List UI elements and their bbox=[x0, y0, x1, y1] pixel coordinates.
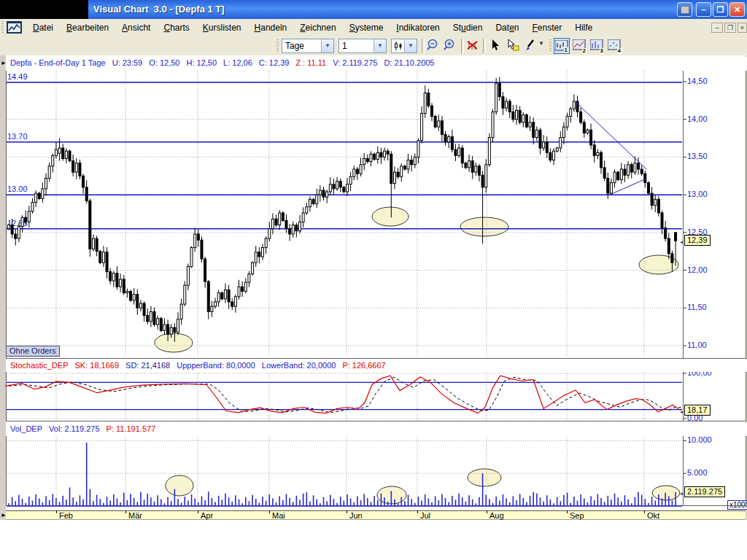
scroll-left-icon[interactable]: ► bbox=[1, 512, 7, 518]
month-label: Jul bbox=[420, 511, 430, 520]
visual-chart-app: { "window": { "title": "Visual Chart 3.0… bbox=[0, 0, 747, 560]
month-tick bbox=[347, 510, 347, 513]
price-axis-pane[interactable] bbox=[683, 70, 746, 358]
price-chart-plot[interactable] bbox=[7, 70, 682, 358]
price-header-segment: V: 2.119.275 bbox=[333, 58, 377, 67]
month-tick bbox=[417, 510, 418, 513]
volume-value-marker: 2.119.275 bbox=[684, 486, 725, 497]
stochastic-header-segment: Stochastic_DEP bbox=[10, 361, 68, 370]
month-label: Jun bbox=[349, 511, 363, 520]
price-header-segment: O: 12,50 bbox=[149, 58, 179, 67]
month-label: Mär bbox=[128, 511, 142, 520]
month-tick bbox=[56, 510, 57, 513]
volume-plot[interactable] bbox=[7, 435, 682, 505]
price-header-segment: C: 12,39 bbox=[259, 58, 290, 67]
month-label: Feb bbox=[59, 511, 73, 520]
month-tick bbox=[125, 510, 126, 513]
month-label: Apr bbox=[201, 511, 213, 520]
stochastic-header-segment: UppperBand: 80,0000 bbox=[177, 361, 255, 370]
stochastic-panel-header: Stochastic_DEPSK: 18,1669SD: 21,4168Uppp… bbox=[6, 359, 747, 372]
price-header-segment: U: 23:59 bbox=[112, 58, 143, 67]
stochastic-header-segment: SK: 18,1669 bbox=[74, 361, 119, 370]
stochastic-header-segment: P: 126,6667 bbox=[342, 361, 385, 370]
price-panel-header: Depfa - End-of-Day 1 TageU: 23:59O: 12,5… bbox=[6, 57, 747, 71]
month-tick bbox=[567, 510, 568, 513]
month-tick bbox=[198, 510, 198, 513]
price-header-segment: D: 21.10.2005 bbox=[384, 58, 434, 67]
last-price-marker: 12,39 bbox=[684, 235, 711, 246]
volume-header-segment: Vol: 2.119.275 bbox=[49, 424, 100, 433]
volume-header-segment: Vol_DEP bbox=[10, 424, 42, 433]
price-header-segment: L: 12,06 bbox=[223, 58, 252, 67]
month-label: Aug bbox=[489, 511, 504, 520]
stochastic-header-segment: SD: 21,4168 bbox=[125, 361, 170, 370]
volume-header-segment: P: 11.191.577 bbox=[107, 424, 156, 433]
month-tick bbox=[487, 510, 487, 513]
price-header-segment: Depfa - End-of-Day 1 Tage bbox=[10, 58, 106, 67]
stochastic-header-segment: LowerBand: 20,0000 bbox=[262, 361, 336, 370]
price-header-segment: H: 12,50 bbox=[186, 58, 217, 67]
month-tick bbox=[269, 510, 270, 513]
month-label: Okt bbox=[647, 511, 659, 520]
volume-panel-header: Vol_DEPVol: 2.119.275P: 11.191.577 bbox=[6, 423, 747, 436]
stochastic-plot[interactable] bbox=[7, 371, 682, 421]
stochastic-value-marker: 18,17 bbox=[684, 405, 711, 416]
month-tick bbox=[644, 510, 645, 513]
month-label: Sep bbox=[570, 511, 584, 520]
month-label: Mai bbox=[272, 511, 285, 520]
price-header-segment: Z : 11,11 bbox=[295, 58, 326, 67]
